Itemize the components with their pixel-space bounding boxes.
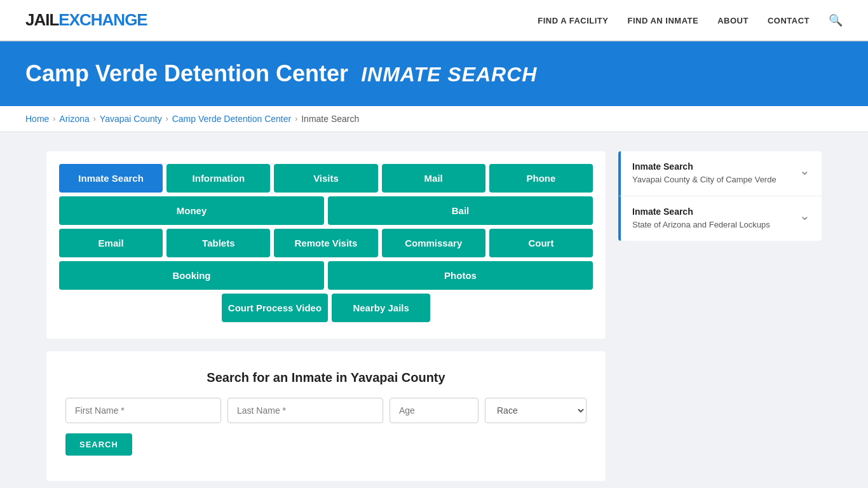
sidebar-item-subtitle-1: State of Arizona and Federal Lockups <box>632 219 770 231</box>
hero-banner: Camp Verde Detention Center INMATE SEARC… <box>0 41 868 106</box>
chevron-down-icon: ⌄ <box>799 208 810 223</box>
first-name-input[interactable] <box>65 398 221 423</box>
sidebar-card: Inmate Search Yavapai County & City of C… <box>618 151 822 241</box>
tab-btn-remote-visits[interactable]: Remote Visits <box>274 229 377 257</box>
sidebar-item-title-1: Inmate Search <box>632 207 770 217</box>
nav-find-facility[interactable]: FIND A FACILITY <box>538 16 608 25</box>
tab-btn-photos[interactable]: Photos <box>328 261 593 290</box>
sidebar-inmate-search-yavapai[interactable]: Inmate Search Yavapai County & City of C… <box>618 151 822 196</box>
tab-btn-inmate-search[interactable]: Inmate Search <box>59 164 163 193</box>
breadcrumb: Home › Arizona › Yavapai County › Camp V… <box>25 114 843 124</box>
tab-btn-commissary[interactable]: Commissary <box>382 229 485 257</box>
left-column: Inmate SearchInformationVisitsMailPhoneM… <box>46 151 606 481</box>
tab-btn-tablets[interactable]: Tablets <box>166 229 270 257</box>
logo-jail: JAIL <box>25 10 58 29</box>
search-heading: Search for an Inmate in Yavapai County <box>65 370 587 385</box>
tabs-row-2: EmailTabletsRemote VisitsCommissaryCourt… <box>59 229 593 290</box>
tab-btn-email[interactable]: Email <box>59 229 163 257</box>
breadcrumb-yavapai-county[interactable]: Yavapai County <box>100 114 162 124</box>
chevron-down-icon: ⌄ <box>799 163 810 178</box>
page-title: Camp Verde Detention Center INMATE SEARC… <box>25 60 843 87</box>
breadcrumb-sep-3: › <box>166 114 168 123</box>
nav-contact[interactable]: CONTACT <box>768 16 810 25</box>
logo[interactable]: JAILEXCHANGE <box>25 10 147 30</box>
sidebar-item-subtitle-0: Yavapai County & City of Campe Verde <box>632 174 776 186</box>
breadcrumb-bar: Home › Arizona › Yavapai County › Camp V… <box>0 106 868 132</box>
tab-btn-information[interactable]: Information <box>166 164 270 193</box>
tabs-row-1: Inmate SearchInformationVisitsMailPhoneM… <box>59 164 593 225</box>
breadcrumb-arizona[interactable]: Arizona <box>59 114 89 124</box>
search-icon[interactable]: 🔍 <box>829 14 843 27</box>
tab-btn-bail[interactable]: Bail <box>328 196 593 225</box>
tab-btn-court-process-video[interactable]: Court Process Video <box>222 294 328 322</box>
navbar: JAILEXCHANGE FIND A FACILITY FIND AN INM… <box>0 0 868 41</box>
breadcrumb-sep-2: › <box>93 114 96 123</box>
tabs-section: Inmate SearchInformationVisitsMailPhoneM… <box>46 151 606 339</box>
search-form: RaceWhiteBlackHispanicAsianNative Americ… <box>65 398 587 423</box>
last-name-input[interactable] <box>227 398 383 423</box>
nav-links: FIND A FACILITY FIND AN INMATE ABOUT CON… <box>538 13 843 27</box>
breadcrumb-sep-1: › <box>53 114 55 123</box>
race-select[interactable]: RaceWhiteBlackHispanicAsianNative Americ… <box>485 398 587 423</box>
tab-btn-money[interactable]: Money <box>59 196 324 225</box>
nav-find-inmate[interactable]: FIND AN INMATE <box>627 16 698 25</box>
tab-btn-court[interactable]: Court <box>489 229 593 257</box>
breadcrumb-sep-4: › <box>295 114 297 123</box>
search-button[interactable]: SEARCH <box>65 433 132 456</box>
tabs-row-3: Court Process VideoNearby Jails <box>59 294 593 322</box>
tab-btn-mail[interactable]: Mail <box>382 164 485 193</box>
tab-btn-nearby-jails[interactable]: Nearby Jails <box>332 294 430 322</box>
breadcrumb-home[interactable]: Home <box>25 114 49 124</box>
logo-exchange: EXCHANGE <box>58 10 147 29</box>
tab-btn-booking[interactable]: Booking <box>59 261 324 290</box>
tab-btn-visits[interactable]: Visits <box>274 164 377 193</box>
age-input[interactable] <box>390 398 478 423</box>
right-sidebar: Inmate Search Yavapai County & City of C… <box>618 151 822 243</box>
breadcrumb-camp-verde[interactable]: Camp Verde Detention Center <box>172 114 292 124</box>
nav-about[interactable]: ABOUT <box>717 16 749 25</box>
sidebar-item-title-0: Inmate Search <box>632 161 776 172</box>
tab-btn-phone[interactable]: Phone <box>489 164 593 193</box>
sidebar-inmate-search-arizona[interactable]: Inmate Search State of Arizona and Feder… <box>618 196 822 241</box>
main-content: Inmate SearchInformationVisitsMailPhoneM… <box>21 151 847 481</box>
search-section: Search for an Inmate in Yavapai County R… <box>46 351 606 481</box>
breadcrumb-current: Inmate Search <box>301 114 359 124</box>
